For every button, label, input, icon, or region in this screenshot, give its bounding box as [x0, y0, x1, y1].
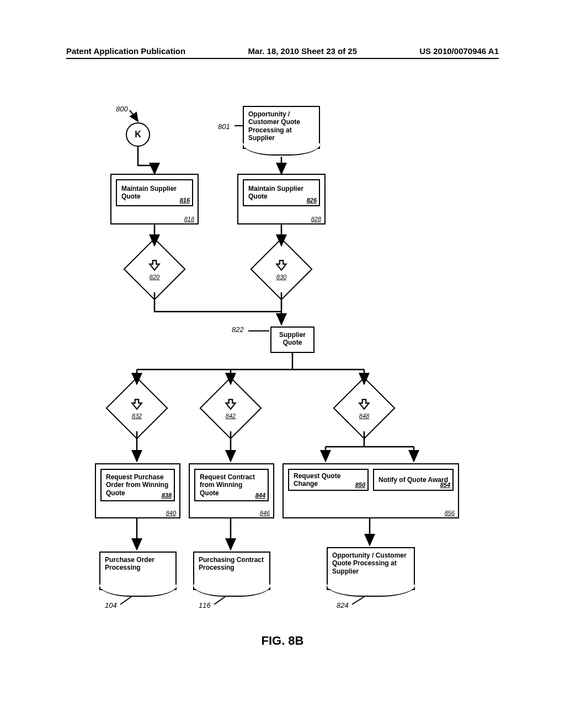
- ref-824: 824: [337, 601, 349, 609]
- doc-116: Purchasing Contract Processing: [193, 552, 270, 590]
- down-arrow-icon: [147, 258, 162, 272]
- ref-816: 816: [180, 197, 190, 204]
- ref-840: 840: [166, 510, 176, 516]
- process-828: Maintain Supplier Quote 826 828: [237, 174, 326, 224]
- process-844: Request Contract from Winning Quote 844: [194, 469, 269, 501]
- doc-801-text: Opportunity / Customer Quote Processing …: [248, 110, 315, 142]
- page-header: Patent Application Publication Mar. 18, …: [66, 46, 499, 59]
- process-826-text: Maintain Supplier Quote: [248, 185, 315, 201]
- down-arrow-icon: [223, 397, 238, 411]
- process-816-text: Maintain Supplier Quote: [121, 185, 188, 201]
- doc-104-text: Purchase Order Processing: [105, 556, 171, 572]
- down-arrow-icon: [274, 258, 289, 272]
- process-850-text: Request Quote Change: [294, 472, 363, 488]
- ref-844: 844: [255, 492, 265, 499]
- process-838: Request Purchase Order from Winning Quot…: [100, 469, 175, 501]
- doc-801: Opportunity / Customer Quote Processing …: [243, 106, 320, 149]
- ref-820: 820: [150, 274, 159, 280]
- header-right: US 2010/0070946 A1: [419, 46, 499, 56]
- doc-116-text: Purchasing Contract Processing: [199, 556, 265, 572]
- ref-826: 826: [307, 197, 317, 204]
- connector-k: K: [126, 122, 150, 147]
- diamond-848-content: 848: [342, 386, 386, 430]
- process-826: Maintain Supplier Quote 826: [243, 179, 320, 206]
- process-838-text: Request Purchase Order from Winning Quot…: [106, 473, 169, 497]
- doc-824: Opportunity / Customer Quote Processing …: [327, 547, 415, 590]
- process-844-text: Request Contract from Winning Quote: [200, 473, 263, 497]
- ref-818: 818: [184, 216, 194, 222]
- box-supplier-quote-text: Supplier Quote: [279, 331, 306, 346]
- ref-854: 854: [440, 481, 450, 489]
- down-arrow-icon: [130, 397, 144, 411]
- ref-830: 830: [276, 274, 286, 280]
- diamond-832-content: 832: [115, 386, 159, 430]
- process-818: Maintain Supplier Quote 816 818: [110, 174, 199, 224]
- diamond-820-content: 820: [132, 247, 177, 291]
- ref-850: 850: [355, 481, 365, 489]
- ref-842: 842: [226, 413, 236, 419]
- ref-832: 832: [132, 413, 142, 419]
- box-supplier-quote: Supplier Quote: [270, 326, 315, 353]
- process-850: Request Quote Change 850: [288, 469, 369, 491]
- ref-838: 838: [162, 492, 172, 499]
- process-856: Request Quote Change 850 Notify of Quote…: [282, 463, 459, 518]
- header-left: Patent Application Publication: [66, 46, 185, 56]
- header-center: Mar. 18, 2010 Sheet 23 of 25: [248, 46, 357, 56]
- ref-846: 846: [260, 510, 270, 516]
- doc-104: Purchase Order Processing: [99, 552, 177, 590]
- process-840: Request Purchase Order from Winning Quot…: [95, 463, 180, 518]
- process-816: Maintain Supplier Quote 816: [116, 179, 193, 206]
- figure-label: FIG. 8B: [0, 634, 565, 648]
- ref-116: 116: [199, 601, 211, 609]
- ref-800: 800: [116, 105, 128, 113]
- diamond-842-content: 842: [209, 386, 253, 430]
- ref-801: 801: [218, 122, 230, 131]
- diamond-830-content: 830: [259, 247, 303, 291]
- down-arrow-icon: [357, 397, 371, 411]
- doc-824-text: Opportunity / Customer Quote Processing …: [332, 552, 409, 575]
- ref-848: 848: [359, 413, 369, 419]
- ref-828: 828: [311, 216, 321, 222]
- ref-856: 856: [445, 510, 455, 516]
- process-846: Request Contract from Winning Quote 844 …: [189, 463, 274, 518]
- process-854-text: Notify of Quote Award: [379, 476, 448, 484]
- ref-822: 822: [232, 325, 244, 334]
- diagram-canvas: 800 K 801 Opportunity / Customer Quote P…: [66, 99, 486, 629]
- connector-k-label: K: [135, 130, 141, 140]
- ref-104: 104: [105, 601, 117, 609]
- process-854: Notify of Quote Award 854: [373, 469, 454, 491]
